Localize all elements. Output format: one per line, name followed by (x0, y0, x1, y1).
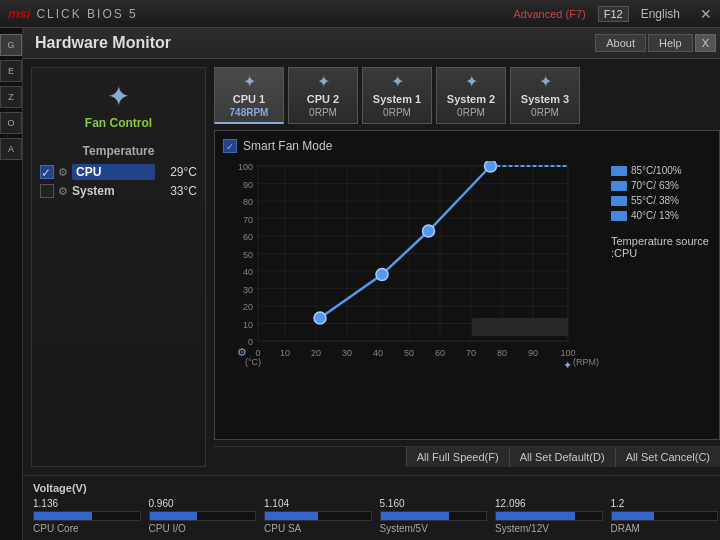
temp-source-value: :CPU (611, 247, 711, 259)
fan-tab-cpu2[interactable]: ✦ CPU 2 0RPM (288, 67, 358, 124)
voltage-cpu-sa-name: CPU SA (264, 523, 301, 534)
fan-tab-sys3-name: System 3 (521, 93, 569, 105)
fan-tab-sys2[interactable]: ✦ System 2 0RPM (436, 67, 506, 124)
legend-text-4: 40°C/ 13% (631, 210, 679, 221)
fan-tab-sys1[interactable]: ✦ System 1 0RPM (362, 67, 432, 124)
smart-fan-checkbox[interactable]: ✓ (223, 139, 237, 153)
cpu-temp-checkbox[interactable]: ✓ (40, 165, 54, 179)
svg-text:20: 20 (243, 302, 253, 312)
all-full-speed-button[interactable]: All Full Speed(F) (406, 447, 509, 467)
left-panel: ✦ Fan Control Temperature ✓ ⚙ CPU 29°C (31, 67, 206, 467)
fan-tab-cpu1-name: CPU 1 (233, 93, 265, 105)
smart-fan-row: ✓ Smart Fan Mode (223, 139, 711, 153)
chart-area: ✓ Smart Fan Mode (214, 130, 720, 440)
legend-bar-2 (611, 181, 627, 191)
right-panel: ✦ CPU 1 748RPM ✦ CPU 2 0RPM ✦ System 1 0… (214, 67, 720, 467)
fan-icon: ✦ (98, 76, 138, 116)
system-temp-value: 33°C (159, 184, 197, 198)
svg-text:(°C): (°C) (245, 357, 261, 367)
voltage-cpu-core-track (33, 511, 141, 521)
temp-row-cpu[interactable]: ✓ ⚙ CPU 29°C (40, 164, 197, 180)
layout: G E Z O A Hardware Monitor About Help X … (0, 28, 720, 540)
chart-svg: 100 90 80 70 60 50 40 30 20 10 0 (223, 161, 603, 374)
fan-tab-cpu2-name: CPU 2 (307, 93, 339, 105)
svg-text:20: 20 (311, 348, 321, 358)
voltage-dram: 1.2 DRAM (611, 498, 719, 534)
fan-icon-area: ✦ Fan Control (85, 76, 152, 130)
voltage-cpu-sa-track (264, 511, 372, 521)
lang-label: English (641, 7, 680, 21)
legend-bar-4 (611, 211, 627, 221)
legend-item-2: 70°C/ 63% (611, 180, 711, 191)
svg-text:30: 30 (342, 348, 352, 358)
voltage-bars: 1.136 CPU Core 0.960 CPU I/O 1.104 (33, 498, 718, 534)
content-area: ✦ Fan Control Temperature ✓ ⚙ CPU 29°C (23, 59, 720, 475)
fan-tab-cpu2-rpm: 0RPM (309, 107, 337, 118)
smart-fan-label: Smart Fan Mode (243, 139, 332, 153)
temp-source: Temperature source :CPU (611, 235, 711, 259)
voltage-cpu-sa-value: 1.104 (264, 498, 289, 509)
help-button[interactable]: Help (648, 34, 693, 52)
voltage-title: Voltage(V) (33, 482, 718, 494)
fan-tab-cpu1[interactable]: ✦ CPU 1 748RPM (214, 67, 284, 124)
cpu-temp-value: 29°C (159, 165, 197, 179)
voltage-cpu-core-fill (34, 512, 92, 520)
voltage-section: Voltage(V) 1.136 CPU Core 0.960 CPU I/O (23, 475, 720, 540)
title-bar-right: Advanced (F7) F12 English ✕ (514, 6, 712, 22)
svg-text:40: 40 (373, 348, 383, 358)
legend-text-2: 70°C/ 63% (631, 180, 679, 191)
svg-text:30: 30 (243, 285, 253, 295)
sidebar: G E Z O A (0, 28, 23, 540)
voltage-dram-name: DRAM (611, 523, 640, 534)
sidebar-item-zone[interactable]: Z (0, 86, 22, 108)
voltage-cpu-io-name: CPU I/O (149, 523, 186, 534)
svg-point-48 (314, 312, 326, 324)
cpu-temp-name: CPU (72, 164, 155, 180)
page-title: Hardware Monitor (35, 34, 171, 52)
fan-tab-sys3[interactable]: ✦ System 3 0RPM (510, 67, 580, 124)
cpu-temp-icon: ⚙ (58, 166, 68, 179)
header-buttons: About Help X (595, 34, 716, 52)
title-bar: msi CLICK BIOS 5 Advanced (F7) F12 Engli… (0, 0, 720, 28)
window-close-button[interactable]: ✕ (700, 6, 712, 22)
panel-close-button[interactable]: X (695, 34, 716, 52)
main-content: Hardware Monitor About Help X ✦ Fan Cont… (23, 28, 720, 540)
chart-container: 100 90 80 70 60 50 40 30 20 10 0 (223, 161, 711, 374)
voltage-sys5v-name: System/5V (380, 523, 428, 534)
voltage-cpu-core-name: CPU Core (33, 523, 79, 534)
svg-point-50 (423, 225, 435, 237)
voltage-sys12v-name: System/12V (495, 523, 549, 534)
voltage-sys12v-fill (496, 512, 575, 520)
all-set-cancel-button[interactable]: All Set Cancel(C) (615, 447, 720, 467)
sidebar-item-game[interactable]: G (0, 34, 22, 56)
sidebar-item-adv[interactable]: A (0, 138, 22, 160)
f12-label[interactable]: F12 (598, 6, 629, 22)
system-temp-name: System (72, 184, 155, 198)
app-name: CLICK BIOS 5 (36, 7, 137, 21)
svg-text:40: 40 (243, 267, 253, 277)
header: Hardware Monitor About Help X (23, 28, 720, 59)
voltage-cpu-sa-fill (265, 512, 318, 520)
fan-tab-sys2-name: System 2 (447, 93, 495, 105)
fan-tab-sys3-rpm: 0RPM (531, 107, 559, 118)
sidebar-item-ez[interactable]: E (0, 60, 22, 82)
temp-header: Temperature (40, 144, 197, 158)
fan-tabs: ✦ CPU 1 748RPM ✦ CPU 2 0RPM ✦ System 1 0… (214, 67, 720, 124)
svg-text:0: 0 (248, 337, 253, 347)
system-temp-checkbox[interactable] (40, 184, 54, 198)
svg-text:90: 90 (243, 180, 253, 190)
sidebar-item-oc[interactable]: O (0, 112, 22, 134)
fan-tab-sys2-rpm: 0RPM (457, 107, 485, 118)
legend-text-1: 85°C/100% (631, 165, 682, 176)
voltage-sys5v-track (380, 511, 488, 521)
about-button[interactable]: About (595, 34, 646, 52)
svg-text:50: 50 (404, 348, 414, 358)
voltage-cpu-core-value: 1.136 (33, 498, 58, 509)
fan-label: Fan Control (85, 116, 152, 130)
fan-tab-cpu2-icon: ✦ (317, 72, 330, 91)
temp-row-system[interactable]: ⚙ System 33°C (40, 184, 197, 198)
mode-label: Advanced (F7) (514, 8, 586, 20)
all-set-default-button[interactable]: All Set Default(D) (509, 447, 615, 467)
voltage-dram-value: 1.2 (611, 498, 625, 509)
svg-text:(RPM): (RPM) (573, 357, 599, 367)
